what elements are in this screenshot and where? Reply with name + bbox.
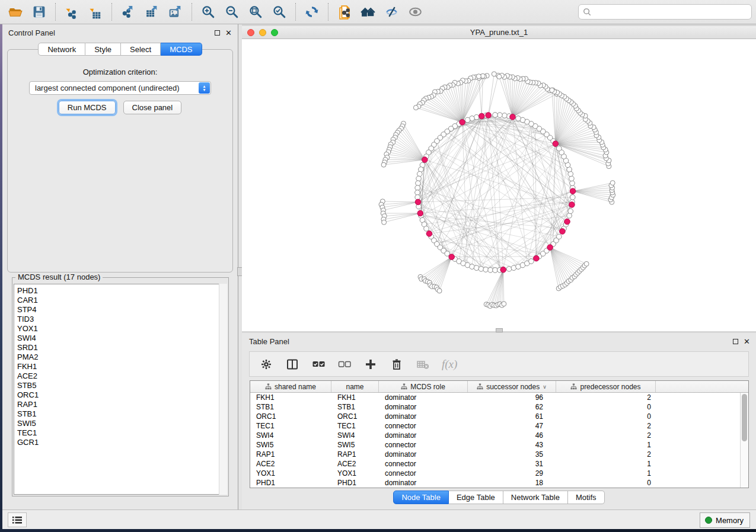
delete-column-button[interactable]: [390, 355, 404, 373]
mcds-result-item[interactable]: CAR1: [17, 296, 227, 305]
column-header-shared-name[interactable]: shared name: [250, 381, 331, 392]
close-table-panel-icon[interactable]: ✕: [744, 339, 750, 344]
cell-predecessor-nodes: 2: [556, 422, 656, 430]
horizontal-splitter-grip[interactable]: [496, 328, 503, 332]
unselect-all-checks-button[interactable]: [337, 355, 352, 373]
select-all-checks-button[interactable]: [311, 355, 326, 373]
mcds-result-item[interactable]: TEC1: [17, 428, 227, 438]
table-row[interactable]: SWI5SWI5connector431: [250, 440, 740, 450]
mcds-result-item[interactable]: RAP1: [17, 400, 227, 409]
table-row[interactable]: ACE2ACE2connector311: [250, 459, 740, 469]
cell-shared-name: ACE2: [250, 460, 331, 468]
cell-MCDS-role: dominator: [379, 412, 468, 421]
export-table-button[interactable]: [140, 2, 164, 22]
mcds-result-item[interactable]: STB5: [17, 381, 227, 390]
window-close-icon[interactable]: [247, 29, 254, 36]
mcds-result-item[interactable]: TID3: [17, 315, 227, 324]
table-scrollbar[interactable]: [740, 393, 748, 488]
table-scrollbar-thumb[interactable]: [742, 394, 747, 441]
table-row[interactable]: SWI4SWI4dominator462: [250, 431, 740, 440]
table-row[interactable]: FKH1FKH1dominator962: [250, 393, 740, 402]
float-panel-icon[interactable]: [215, 30, 220, 36]
criterion-select[interactable]: largest connected component (undirected)…: [29, 81, 211, 95]
mcds-result-item[interactable]: YOX1: [17, 324, 227, 334]
gear-button[interactable]: [259, 355, 273, 373]
function-builder-button[interactable]: f(x): [442, 355, 457, 373]
table-row[interactable]: TEC1TEC1connector472: [250, 421, 740, 431]
mcds-result-item[interactable]: SWI4: [17, 334, 227, 343]
cell-MCDS-role: dominator: [379, 403, 468, 411]
cell-shared-name: FKH1: [250, 393, 331, 402]
houses-button[interactable]: [356, 2, 380, 22]
open-file-button[interactable]: [4, 2, 27, 22]
table-row[interactable]: RAP1RAP1dominator352: [250, 450, 740, 459]
tab-edge-table[interactable]: Edge Table: [449, 491, 503, 504]
mcds-result-item[interactable]: ACE2: [17, 371, 227, 381]
zoom-selected-button[interactable]: [267, 2, 291, 22]
window-minimize-icon[interactable]: [259, 29, 266, 36]
main-toolbar: [0, 0, 756, 24]
table-panel: Table Panel ✕ f(x) shared namenameMCDS r…: [242, 333, 756, 509]
save-session-icon: [31, 4, 47, 20]
search-input[interactable]: [592, 6, 751, 18]
network-document-share-button[interactable]: [333, 2, 356, 22]
tab-mcds[interactable]: MCDS: [161, 43, 202, 56]
import-table-button[interactable]: [84, 2, 107, 22]
column-header-MCDS-role[interactable]: MCDS role: [379, 381, 468, 392]
mcds-hub-node: [510, 114, 516, 120]
cell-MCDS-role: connector: [379, 422, 468, 430]
export-network-button[interactable]: [116, 2, 140, 22]
tab-style[interactable]: Style: [85, 43, 121, 56]
mcds-hub-node: [417, 210, 423, 216]
mcds-result-item[interactable]: SRD1: [17, 343, 227, 352]
cell-shared-name: STB1: [250, 403, 331, 411]
zoom-in-button[interactable]: [196, 2, 220, 22]
task-history-button[interactable]: [8, 512, 27, 527]
table-row[interactable]: PHD1PHD1dominator180: [250, 478, 740, 488]
float-table-panel-icon[interactable]: [733, 339, 738, 344]
column-header-predecessor-nodes[interactable]: predecessor nodes: [556, 381, 656, 392]
zoom-in-icon: [200, 4, 216, 20]
column-header-name[interactable]: name: [331, 381, 379, 392]
eye-button[interactable]: [404, 2, 428, 22]
close-panel-icon[interactable]: ✕: [225, 30, 232, 36]
memory-label: Memory: [716, 516, 744, 525]
mcds-result-item[interactable]: ORC1: [17, 390, 227, 400]
add-column-button[interactable]: [363, 355, 378, 373]
column-header-successor-nodes[interactable]: successor nodes∨: [468, 381, 556, 392]
zoom-fit-button[interactable]: [244, 2, 267, 22]
mcds-result-item[interactable]: STB1: [17, 409, 227, 419]
mcds-result-item[interactable]: GCR1: [17, 438, 227, 447]
tab-network-table[interactable]: Network Table: [503, 491, 568, 504]
tab-select[interactable]: Select: [121, 43, 161, 56]
tab-motifs[interactable]: Motifs: [568, 491, 605, 504]
close-panel-button[interactable]: Close panel: [123, 101, 182, 114]
tab-network[interactable]: Network: [38, 43, 85, 56]
mcds-hub-node: [415, 199, 421, 205]
refresh-button[interactable]: [300, 2, 324, 22]
network-canvas[interactable]: [242, 39, 756, 331]
tab-node-table[interactable]: Node Table: [393, 491, 449, 504]
import-network-button[interactable]: [60, 2, 84, 22]
mcds-result-scrollbar[interactable]: [219, 284, 227, 495]
mcds-result-item[interactable]: PHD1: [17, 286, 227, 296]
export-image-button[interactable]: [164, 2, 187, 22]
mcds-result-item[interactable]: PMA2: [17, 352, 227, 362]
mcds-result-item[interactable]: FKH1: [17, 362, 227, 371]
zoom-out-button[interactable]: [220, 2, 244, 22]
save-session-button[interactable]: [27, 2, 51, 22]
cell-name: ACE2: [331, 460, 379, 468]
mcds-result-item[interactable]: STP4: [17, 305, 227, 315]
table-row[interactable]: ORC1ORC1dominator610: [250, 412, 740, 421]
mcds-result-item[interactable]: SWI5: [17, 419, 227, 428]
split-view-icon: [285, 357, 299, 371]
window-zoom-icon[interactable]: [271, 29, 278, 36]
split-view-button[interactable]: [285, 355, 299, 373]
table-row[interactable]: STB1STB1dominator620: [250, 402, 740, 412]
eye-hidden-button[interactable]: [380, 2, 404, 22]
table-row[interactable]: YOX1YOX1connector291: [250, 469, 740, 478]
run-mcds-button[interactable]: Run MCDS: [59, 101, 116, 114]
delete-table-button[interactable]: [416, 355, 430, 373]
memory-button[interactable]: Memory: [700, 512, 750, 528]
network-graph[interactable]: [242, 39, 756, 331]
